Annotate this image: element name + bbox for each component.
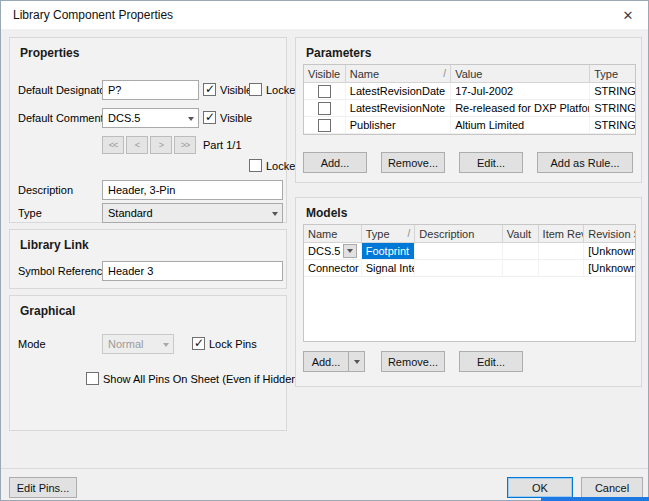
button-label: Edit... (477, 157, 505, 169)
default-designator-input[interactable]: P? (102, 80, 199, 100)
col-label: Vault (507, 228, 531, 240)
model-revision-status: [Unknown] (588, 245, 635, 257)
window-title: Library Component Properties (1, 8, 173, 22)
close-icon: ✕ (623, 8, 634, 23)
chevron-down-icon (347, 249, 353, 253)
model-revision-status: [Unknown] (588, 262, 635, 274)
col-label: Visible (308, 68, 340, 80)
designator-locked-checkbox[interactable]: Locked (249, 83, 301, 96)
selected-cell[interactable]: Footprint (362, 243, 416, 259)
checkbox-unchecked-icon (86, 372, 99, 385)
checkbox-checked-icon (203, 83, 216, 96)
remove-parameter-button[interactable]: Remove... (381, 152, 445, 173)
model-name: DCS.5 (308, 245, 340, 257)
parameter-row[interactable]: LatestRevisionNote Re-released for DXP P… (304, 100, 635, 117)
show-all-pins-label: Show All Pins On Sheet (Even if Hidden) (103, 373, 301, 385)
graphical-group: Graphical Mode Normal Lock Pins Show All… (9, 295, 287, 431)
button-label: Edit... (477, 356, 505, 368)
symbol-reference-value: Header 3 (108, 265, 153, 277)
edit-model-button[interactable]: Edit... (459, 351, 523, 372)
parameter-name: Publisher (350, 119, 396, 131)
symbol-reference-input[interactable]: Header 3 (102, 261, 283, 281)
cancel-button[interactable]: Cancel (581, 477, 643, 498)
footer-separator (1, 468, 648, 469)
remove-model-button[interactable]: Remove... (381, 351, 445, 372)
parameter-value: Re-released for DXP Platform. (455, 102, 590, 114)
model-type: Signal Integrit (366, 262, 416, 274)
last-part-icon: >> (181, 140, 190, 150)
models-col-description[interactable]: Description (415, 225, 502, 242)
parameter-type: STRING (594, 102, 635, 114)
col-label: Item Revisi... (543, 228, 585, 240)
lock-pins-checkbox[interactable]: Lock Pins (192, 337, 257, 350)
checkbox-checked-icon (192, 337, 205, 350)
default-designator-value: P? (108, 84, 121, 96)
add-as-rule-button[interactable]: Add as Rule... (537, 152, 633, 173)
default-comment-label: Default Comment (18, 112, 104, 124)
button-label: Add... (312, 356, 341, 368)
default-comment-value: DCS.5 (108, 112, 140, 124)
type-combo[interactable]: Standard (102, 203, 283, 223)
add-model-dropdown-button[interactable] (348, 351, 365, 372)
col-label: Value (455, 68, 482, 80)
symbol-reference-label: Symbol Reference (18, 265, 109, 277)
parameters-table[interactable]: Visible Name/ Value Type LatestRevisionD… (303, 64, 636, 135)
parameters-col-value[interactable]: Value (451, 65, 590, 82)
properties-group-title: Properties (20, 46, 79, 60)
titlebar[interactable]: Library Component Properties ✕ (1, 1, 648, 29)
parameters-col-visible[interactable]: Visible (304, 65, 346, 82)
checkbox-unchecked-icon (249, 159, 262, 172)
comment-visible-checkbox[interactable]: Visible (203, 111, 252, 124)
close-button[interactable]: ✕ (608, 1, 648, 29)
mode-label: Mode (18, 338, 46, 350)
add-parameter-button[interactable]: Add... (303, 152, 367, 173)
add-model-button[interactable]: Add... (303, 351, 349, 372)
button-label: Remove... (388, 157, 438, 169)
models-col-revision-status[interactable]: Revision St... (584, 225, 635, 242)
description-label: Description (18, 184, 73, 196)
description-input[interactable]: Header, 3-Pin (102, 180, 283, 200)
button-label: Cancel (595, 482, 629, 494)
models-col-item-revision[interactable]: Item Revisi... (539, 225, 585, 242)
button-label: OK (532, 482, 548, 494)
chevron-down-icon (163, 343, 169, 347)
row-visible-checkbox[interactable] (318, 85, 331, 98)
models-col-type[interactable]: Type/ (362, 225, 416, 242)
model-row[interactable]: Connector Signal Integrit [Unknown] (304, 260, 635, 277)
next-part-button[interactable]: > (150, 136, 172, 154)
col-label: Name (350, 68, 379, 80)
model-row[interactable]: DCS.5 Footprint [Unknown] (304, 243, 635, 260)
models-col-vault[interactable]: Vault (503, 225, 539, 242)
row-visible-checkbox[interactable] (318, 119, 331, 132)
button-label: Add as Rule... (550, 157, 619, 169)
row-visible-checkbox[interactable] (318, 102, 331, 115)
edit-pins-button[interactable]: Edit Pins... (9, 477, 77, 498)
parameter-row[interactable]: Publisher Altium Limited STRING (304, 117, 635, 134)
chevron-down-icon (354, 360, 360, 364)
comment-visible-label: Visible (220, 112, 252, 124)
parameters-col-name[interactable]: Name/ (346, 65, 451, 82)
last-part-button[interactable]: >> (174, 136, 196, 154)
designator-visible-label: Visible (220, 84, 252, 96)
default-comment-combo[interactable]: DCS.5 (102, 108, 199, 128)
edit-parameter-button[interactable]: Edit... (459, 152, 523, 173)
models-group-title: Models (306, 206, 347, 220)
parameter-type: STRING (594, 85, 635, 97)
models-table[interactable]: Name Type/ Description Vault Item Revisi… (303, 224, 636, 342)
ok-button[interactable]: OK (507, 477, 573, 498)
default-designator-label: Default Designator (18, 84, 109, 96)
models-col-name[interactable]: Name (304, 225, 362, 242)
designator-visible-checkbox[interactable]: Visible (203, 83, 252, 96)
button-label: Remove... (388, 356, 438, 368)
model-type: Footprint (366, 245, 409, 257)
first-part-button[interactable]: << (102, 136, 124, 154)
part-locked-checkbox[interactable]: Locked (249, 159, 301, 172)
parameter-row[interactable]: LatestRevisionDate 17-Jul-2002 STRING (304, 83, 635, 100)
model-name-combo-button[interactable] (343, 244, 357, 258)
model-name: Connector (308, 262, 359, 274)
col-label: Type (594, 68, 618, 80)
previous-part-button[interactable]: < (126, 136, 148, 154)
parameter-type: STRING (594, 119, 635, 131)
parameters-col-type[interactable]: Type (590, 65, 635, 82)
show-all-pins-checkbox[interactable]: Show All Pins On Sheet (Even if Hidden) (86, 372, 301, 385)
